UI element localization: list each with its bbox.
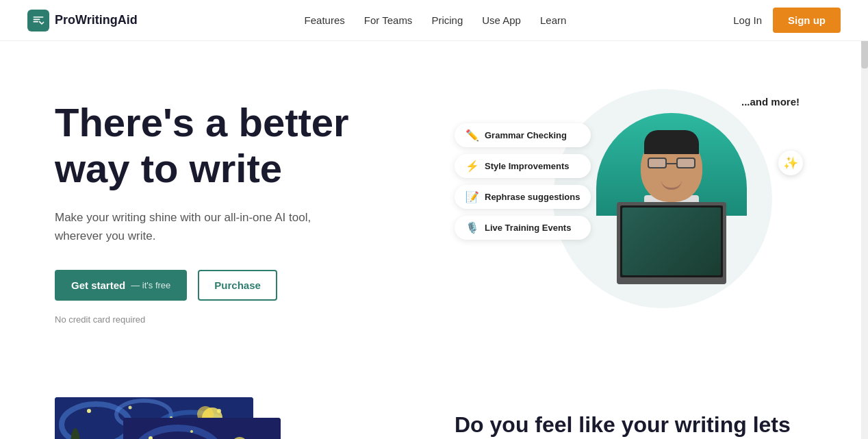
login-button[interactable]: Log In bbox=[733, 14, 762, 26]
hero-subtitle: Make your writing shine with our all-in-… bbox=[55, 208, 329, 245]
svg-point-23 bbox=[190, 430, 193, 433]
grammar-label: Grammar Checking bbox=[485, 130, 567, 140]
nav-links: Features For Teams Pricing Use App Learn bbox=[305, 14, 567, 27]
feature-card-grammar: ✏️ Grammar Checking bbox=[455, 123, 591, 147]
feature-card-training: 🎙️ Live Training Events bbox=[455, 216, 591, 240]
lower-right: Do you feel like your writing lets you d… bbox=[455, 397, 813, 439]
nav-features[interactable]: Features bbox=[305, 14, 345, 26]
no-cc-text: No credit card required bbox=[55, 314, 434, 325]
nav-use-app[interactable]: Use App bbox=[482, 14, 521, 26]
rephrase-label: Rephrase suggestions bbox=[485, 192, 580, 202]
feature-cards: ✏️ Grammar Checking ⚡ Style Improvements… bbox=[455, 123, 591, 240]
style-label: Style Improvements bbox=[485, 161, 570, 171]
nav-for-teams[interactable]: For Teams bbox=[364, 14, 413, 26]
painting-stack: My idea in my head bbox=[55, 397, 288, 439]
grammar-icon: ✏️ bbox=[465, 129, 479, 142]
and-more-text: ...and more! bbox=[741, 96, 800, 108]
navbar: ProWritingAid Features For Teams Pricing… bbox=[0, 0, 868, 41]
free-label: — it's free bbox=[131, 280, 170, 290]
get-started-button[interactable]: Get started — it's free bbox=[55, 270, 187, 301]
feature-card-rephrase: 📝 Rephrase suggestions bbox=[455, 185, 591, 209]
rephrase-icon: 📝 bbox=[465, 190, 479, 203]
hero-left: There's a better way to write Make your … bbox=[55, 100, 434, 325]
style-icon: ⚡ bbox=[465, 160, 479, 173]
lower-section: My idea in my head Do you feel like your… bbox=[0, 370, 868, 439]
sparkle-icon: ✨ bbox=[778, 151, 803, 175]
lower-title: Do you feel like your writing lets you d… bbox=[455, 411, 813, 439]
hero-buttons: Get started — it's free Purchase bbox=[55, 270, 434, 301]
hero-right: ✏️ Grammar Checking ⚡ Style Improvements… bbox=[434, 82, 813, 342]
nav-actions: Log In Sign up bbox=[733, 8, 841, 33]
scrollbar[interactable] bbox=[861, 0, 868, 439]
svg-point-4 bbox=[87, 409, 91, 413]
feature-card-style: ⚡ Style Improvements bbox=[455, 154, 591, 178]
training-label: Live Training Events bbox=[485, 223, 571, 233]
get-started-label: Get started bbox=[71, 279, 125, 291]
painting-front bbox=[123, 418, 281, 439]
logo-text: ProWritingAid bbox=[55, 13, 138, 27]
purchase-button[interactable]: Purchase bbox=[198, 270, 277, 301]
hero-section: There's a better way to write Make your … bbox=[0, 41, 868, 370]
hero-title: There's a better way to write bbox=[55, 100, 434, 191]
logo-icon bbox=[27, 10, 49, 32]
svg-point-5 bbox=[129, 406, 132, 410]
logo-link[interactable]: ProWritingAid bbox=[27, 10, 138, 32]
signup-button[interactable]: Sign up bbox=[773, 8, 841, 33]
lower-left: My idea in my head bbox=[55, 397, 413, 439]
training-icon: 🎙️ bbox=[465, 221, 479, 234]
nav-learn[interactable]: Learn bbox=[540, 14, 566, 26]
nav-pricing[interactable]: Pricing bbox=[431, 14, 463, 26]
